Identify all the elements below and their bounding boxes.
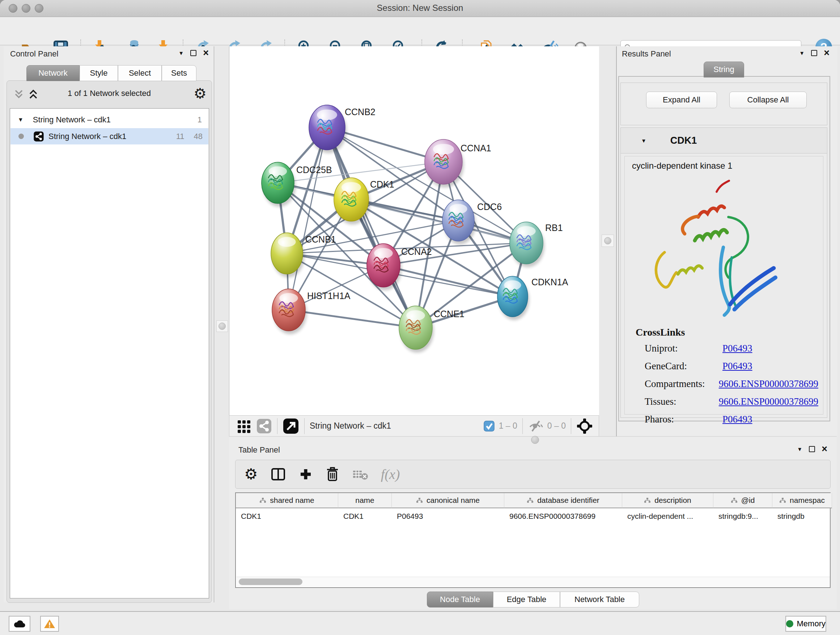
collapse-panel-icon[interactable]: ▼ — [178, 50, 184, 56]
column-header-database-identifier[interactable]: database identifier — [504, 493, 622, 508]
float-table-panel-icon[interactable] — [809, 446, 815, 452]
table-panel-title: Table Panel — [238, 445, 280, 455]
right-splitter-handle[interactable] — [602, 234, 614, 247]
right-splitter[interactable] — [599, 46, 616, 436]
network-node-CCNE1[interactable]: CCNE1 — [399, 306, 464, 353]
crosslink-value-link[interactable]: P06493 — [722, 414, 752, 425]
tab-edge-table[interactable]: Edge Table — [493, 592, 560, 608]
horizontal-splitter-handle[interactable] — [531, 436, 539, 444]
network-selection-status: 1 of 1 Network selected — [7, 89, 212, 98]
table-cell[interactable]: stringdb:9... — [714, 509, 772, 524]
tab-node-table[interactable]: Node Table — [427, 592, 493, 608]
network-edge-CCNB2-HIST1H1A[interactable] — [289, 127, 327, 310]
tree-expand-icon[interactable]: ▼ — [18, 117, 24, 123]
cdk1-section-header[interactable]: ▼ CDK1 — [621, 128, 827, 154]
close-table-panel-icon[interactable]: × — [821, 446, 827, 452]
table-cell[interactable]: CDK1 — [236, 509, 338, 524]
network-node-CCNA1[interactable]: CCNA1 — [425, 139, 491, 187]
warning-status-button[interactable] — [40, 616, 59, 632]
cdk1-collapse-icon[interactable]: ▼ — [641, 138, 646, 144]
column-type-icon — [259, 497, 266, 503]
collapse-all-label: Collapse All — [747, 95, 789, 105]
crosslink-value-link[interactable]: P06493 — [722, 361, 752, 372]
crosslink-value-link[interactable]: 9606.ENSP00000378699 — [719, 396, 818, 407]
cloud-status-button[interactable] — [9, 616, 30, 632]
table-cell[interactable]: CDK1 — [338, 509, 392, 524]
tab-network-table[interactable]: Network Table — [560, 592, 639, 608]
column-type-icon — [644, 497, 651, 503]
node-label-CDKN1A: CDKN1A — [531, 277, 568, 287]
tree-row-label: String Network – cdk1 — [33, 115, 111, 125]
network-status-dot — [19, 134, 24, 139]
show-columns-icon[interactable] — [270, 466, 286, 482]
tree-row-network[interactable]: String Network – cdk1 11 48 — [11, 128, 208, 144]
column-header-label: namespac — [790, 496, 825, 505]
crosslink-label: GeneCard: — [645, 361, 722, 372]
tab-style[interactable]: Style — [80, 65, 118, 81]
column-header-label: shared name — [270, 496, 314, 505]
network-view-canvas[interactable]: CCNB2 CCNA1 CDC25B CDK1 CDC6 — [229, 46, 600, 415]
grid-view-icon[interactable] — [237, 418, 252, 434]
network-node-CCNB2[interactable]: CCNB2 — [309, 105, 376, 153]
network-node-CDC6[interactable]: CDC6 — [442, 200, 502, 244]
float-panel-icon[interactable] — [190, 50, 196, 56]
titlebar: Session: New Session — [0, 0, 840, 17]
tree-row-network-collection[interactable]: ▼ String Network – cdk1 1 — [11, 111, 208, 128]
column-header--id[interactable]: @id — [714, 493, 772, 508]
cloud-icon — [13, 619, 26, 628]
left-splitter-handle[interactable] — [216, 320, 228, 332]
table-horizontal-scrollbar[interactable] — [237, 577, 830, 586]
scrollbar-thumb[interactable] — [239, 578, 302, 585]
center-view-crosshair-icon[interactable] — [576, 418, 593, 434]
column-header-canonical-name[interactable]: canonical name — [392, 493, 504, 508]
column-header-name[interactable]: name — [338, 493, 392, 508]
network-node-CCNA2[interactable]: CCNA2 — [367, 244, 432, 290]
selected-nodes-checkbox[interactable] — [484, 421, 494, 432]
crosslink-value-link[interactable]: 9606.ENSP00000378699 — [719, 378, 818, 390]
network-options-gear-icon[interactable]: ⚙ — [194, 85, 207, 102]
tab-network[interactable]: Network — [27, 65, 80, 81]
table-cell[interactable]: stringdb — [772, 509, 832, 524]
network-node-CDC25B[interactable]: CDC25B — [262, 162, 332, 207]
cdk1-section-title: CDK1 — [670, 135, 697, 146]
table-cell[interactable]: P06493 — [392, 509, 504, 524]
tab-select[interactable]: Select — [118, 65, 162, 81]
collapse-results-icon[interactable]: ▼ — [799, 50, 805, 56]
crosslink-value-link[interactable]: P06493 — [722, 343, 752, 354]
crosslink-label: Pharos: — [645, 414, 722, 425]
network-node-HIST1H1A[interactable]: HIST1H1A — [272, 289, 351, 334]
table-cell[interactable]: 9606.ENSP00000378699 — [504, 509, 622, 524]
table-settings-gear-icon[interactable]: ⚙ — [244, 467, 258, 482]
control-panel: Control Panel ▼ × NetworkStyleSelectSets… — [4, 46, 214, 602]
hidden-eye-slash-icon[interactable] — [528, 420, 544, 432]
delete-table-icon[interactable] — [352, 468, 369, 481]
column-header-shared-name[interactable]: shared name — [236, 493, 338, 508]
add-column-icon[interactable] — [298, 467, 313, 481]
column-header-description[interactable]: description — [622, 493, 714, 508]
tab-sets[interactable]: Sets — [162, 65, 196, 81]
node-label-CDC6: CDC6 — [477, 202, 502, 212]
network-node-CDKN1A[interactable]: CDKN1A — [497, 276, 568, 320]
close-panel-icon[interactable]: × — [203, 50, 209, 56]
network-node-CDK1[interactable]: CDK1 — [334, 178, 394, 225]
memory-button[interactable]: Memory — [785, 616, 826, 632]
collapse-all-button[interactable]: Collapse All — [729, 92, 807, 108]
table-cell[interactable]: cyclin-dependent ... — [622, 509, 714, 524]
detach-view-icon[interactable] — [283, 418, 299, 434]
expand-all-button[interactable]: Expand All — [646, 92, 717, 108]
delete-column-trash-icon[interactable] — [325, 466, 340, 482]
collapse-table-panel-icon[interactable]: ▼ — [797, 446, 802, 452]
network-share-icon[interactable] — [256, 418, 272, 434]
close-results-icon[interactable]: × — [824, 50, 829, 56]
results-panel: Results Panel ▼ × String Expand All Coll… — [616, 46, 837, 436]
network-node-RB1[interactable]: RB1 — [510, 222, 563, 267]
network-edge-HIST1H1A-CCNE1[interactable] — [289, 310, 416, 328]
function-builder-icon[interactable]: f(x) — [381, 466, 400, 482]
crosslink-row: Tissues: 9606.ENSP00000378699 — [645, 396, 818, 407]
float-results-icon[interactable] — [811, 50, 817, 56]
tab-string[interactable]: String — [704, 62, 744, 78]
column-header-namespac[interactable]: namespac — [772, 493, 832, 508]
left-splitter[interactable] — [214, 46, 229, 602]
protein-description: cyclin-dependent kinase 1 — [632, 161, 733, 171]
network-list-container: 1 of 1 Network selected ⚙ ▼ String Netwo… — [6, 80, 212, 603]
